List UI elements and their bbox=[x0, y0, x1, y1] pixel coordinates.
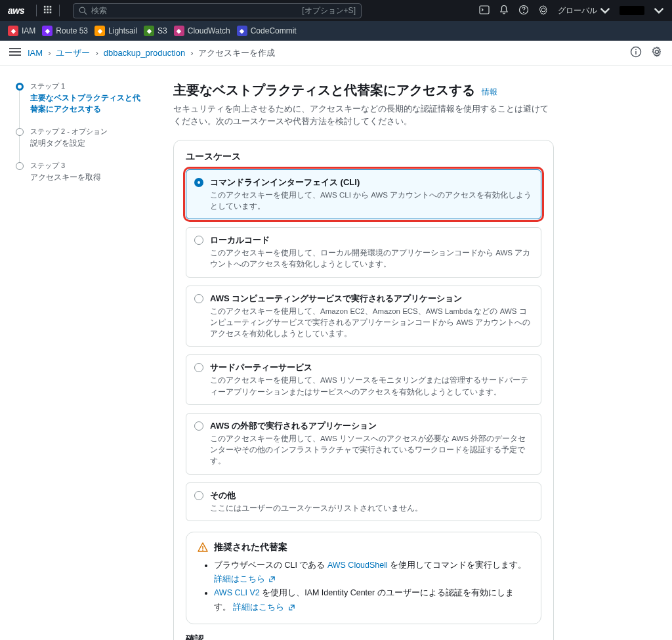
link-more-2[interactable]: 詳細はこちら bbox=[233, 603, 295, 612]
service-codecommit[interactable]: ◆CodeCommit bbox=[237, 26, 297, 36]
service-iam[interactable]: ◆IAM bbox=[8, 26, 35, 36]
alt-bullet-2: AWS CLI V2 を使用し、IAM Identity Center のユーザ… bbox=[214, 586, 530, 614]
svg-rect-3 bbox=[44, 9, 46, 11]
radio-icon bbox=[194, 491, 203, 500]
step-3: ステップ 3 アクセスキーを取得 bbox=[16, 161, 147, 192]
service-cloudwatch[interactable]: ◆CloudWatch bbox=[174, 26, 230, 36]
alert-alternatives: 推奨された代替案 ブラウザベースの CLI である AWS CloudShell… bbox=[186, 532, 541, 624]
svg-rect-5 bbox=[50, 9, 52, 11]
svg-rect-0 bbox=[44, 5, 46, 7]
step-1[interactable]: ステップ 1 主要なベストプラクティスと代替案にアクセスする bbox=[16, 81, 147, 124]
page-title: 主要なベストプラクティスと代替案にアクセスする bbox=[173, 83, 475, 97]
region-selector[interactable]: グローバル bbox=[558, 5, 610, 16]
page-sub: セキュリティを向上させるために、アクセスキーなどの長期的な認証情報を使用すること… bbox=[173, 103, 554, 128]
search-placeholder: 検索 bbox=[91, 5, 302, 16]
option-cli[interactable]: コマンドラインインターフェイス (CLI)このアクセスキーを使用して、AWS C… bbox=[186, 169, 541, 220]
external-icon bbox=[268, 576, 276, 583]
settings-gear-icon[interactable] bbox=[651, 46, 663, 60]
help-icon[interactable] bbox=[518, 5, 529, 17]
hamburger-icon[interactable] bbox=[9, 47, 21, 58]
gear-icon[interactable] bbox=[538, 5, 549, 17]
confirm-label: 確認 bbox=[186, 633, 541, 640]
usecase-panel: ユースケース コマンドラインインターフェイス (CLI)このアクセスキーを使用し… bbox=[173, 140, 554, 641]
link-cloudshell[interactable]: AWS CloudShell bbox=[327, 561, 388, 570]
radio-icon bbox=[194, 363, 203, 372]
alt-bullet-1: ブラウザベースの CLI である AWS CloudShell を使用してコマン… bbox=[214, 559, 530, 587]
service-lightsail[interactable]: ◆Lightsail bbox=[94, 26, 137, 36]
breadcrumb: IAM› ユーザー› dbbackup_production› アクセスキーを作… bbox=[28, 47, 275, 59]
top-nav: aws 検索 [オプション+S] グローバル bbox=[0, 0, 672, 21]
svg-rect-11 bbox=[480, 6, 489, 14]
svg-rect-8 bbox=[50, 11, 52, 13]
stepper: ステップ 1 主要なベストプラクティスと代替案にアクセスする ステップ 2 - … bbox=[16, 81, 147, 640]
bc-user[interactable]: dbbackup_production bbox=[104, 48, 185, 58]
svg-point-9 bbox=[79, 7, 85, 12]
search-hint: [オプション+S] bbox=[302, 5, 356, 16]
svg-point-22 bbox=[202, 549, 203, 551]
terminal-icon[interactable] bbox=[479, 5, 490, 17]
radio-icon bbox=[194, 236, 203, 245]
service-bar: ◆IAM ◆Route 53 ◆Lightsail ◆S3 ◆CloudWatc… bbox=[0, 21, 672, 41]
option-other[interactable]: その他ここにはユーザーのユースケースがリストされていません。 bbox=[186, 482, 541, 521]
search-input[interactable]: 検索 [オプション+S] bbox=[73, 3, 362, 18]
bc-current: アクセスキーを作成 bbox=[198, 47, 275, 59]
bc-iam[interactable]: IAM bbox=[28, 48, 43, 58]
info-link[interactable]: 情報 bbox=[482, 87, 497, 96]
radio-icon bbox=[194, 294, 203, 303]
warning-icon bbox=[197, 542, 209, 553]
main-content: 主要なベストプラクティスと代替案にアクセスする 情報 セキュリティを向上させるた… bbox=[173, 81, 554, 640]
step-2: ステップ 2 - オプション 説明タグを設定 bbox=[16, 127, 147, 158]
apps-icon[interactable] bbox=[43, 5, 52, 16]
service-s3[interactable]: ◆S3 bbox=[144, 26, 167, 36]
svg-rect-6 bbox=[44, 11, 46, 13]
link-cliv2[interactable]: AWS CLI V2 bbox=[214, 588, 260, 597]
account-menu[interactable] bbox=[620, 6, 644, 15]
radio-icon bbox=[194, 421, 203, 431]
divider bbox=[59, 5, 60, 16]
option-external[interactable]: AWS の外部で実行されるアプリケーションこのアクセスキーを使用して、AWS リ… bbox=[186, 413, 541, 475]
bell-icon[interactable] bbox=[499, 5, 509, 17]
chevron-down-icon[interactable] bbox=[654, 5, 664, 16]
svg-rect-4 bbox=[47, 9, 49, 11]
svg-rect-2 bbox=[50, 5, 52, 7]
svg-rect-7 bbox=[47, 11, 49, 13]
svg-rect-1 bbox=[47, 5, 49, 7]
info-icon[interactable] bbox=[630, 46, 642, 60]
svg-point-20 bbox=[656, 51, 659, 54]
svg-point-19 bbox=[635, 49, 637, 51]
option-compute[interactable]: AWS コンピューティングサービスで実行されるアプリケーションこのアクセスキーを… bbox=[186, 286, 541, 347]
option-localcode[interactable]: ローカルコードこのアクセスキーを使用して、ローカル開発環境のアプリケーションコー… bbox=[186, 227, 541, 278]
breadcrumb-row: IAM› ユーザー› dbbackup_production› アクセスキーを作… bbox=[0, 41, 672, 66]
link-more-1[interactable]: 詳細はこちら bbox=[214, 574, 276, 584]
svg-point-13 bbox=[523, 12, 524, 12]
option-thirdparty[interactable]: サードパーティーサービスこのアクセスキーを使用して、AWS リソースをモニタリン… bbox=[186, 354, 541, 405]
service-route53[interactable]: ◆Route 53 bbox=[42, 26, 88, 36]
aws-logo[interactable]: aws bbox=[8, 5, 24, 16]
radio-icon bbox=[194, 178, 203, 187]
bc-users[interactable]: ユーザー bbox=[56, 47, 90, 59]
divider bbox=[36, 5, 37, 16]
external-icon bbox=[288, 604, 295, 611]
usecase-title: ユースケース bbox=[186, 151, 541, 163]
svg-line-10 bbox=[85, 12, 87, 14]
